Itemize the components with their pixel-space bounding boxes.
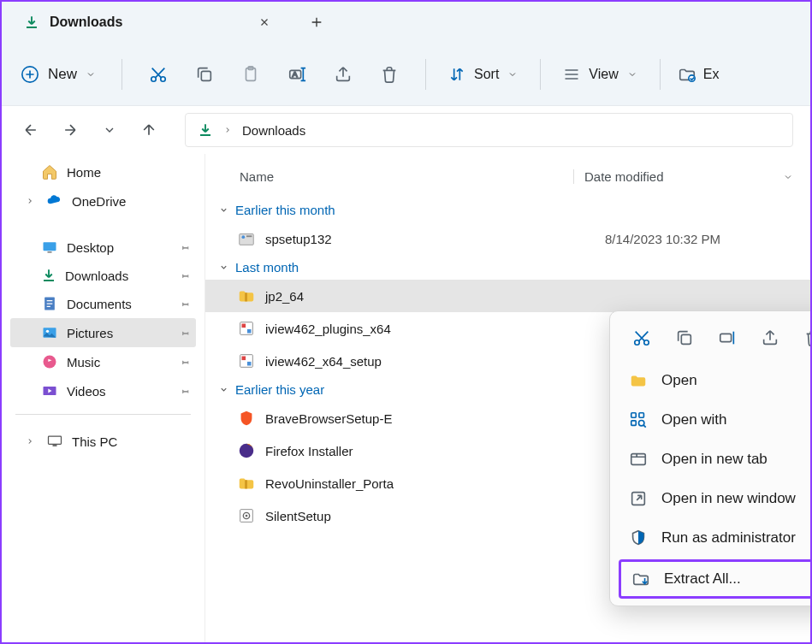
chevron-down-icon	[219, 263, 228, 272]
sidebar-item-label: This PC	[72, 434, 117, 449]
chevron-down-icon	[219, 385, 228, 394]
separator	[425, 59, 426, 90]
sidebar-item-documents[interactable]: Documents	[10, 289, 196, 318]
extract-button[interactable]: Ex	[678, 65, 720, 84]
context-run-admin[interactable]: Run as administrator	[615, 518, 812, 558]
tab-bar: Downloads	[2, 2, 810, 43]
context-open[interactable]: Open Enter	[615, 361, 812, 400]
context-menu: Open Enter Open with Open in new tab Ope…	[609, 310, 812, 606]
download-icon	[198, 122, 213, 138]
shield-icon	[629, 529, 648, 547]
sidebar-item-label: Pictures	[67, 326, 113, 340]
toolbar: New A Sort View Ex	[2, 43, 810, 106]
svg-rect-36	[720, 334, 732, 341]
forward-button[interactable]	[58, 118, 82, 142]
column-date[interactable]: Date modified	[573, 169, 810, 184]
pictures-icon	[41, 324, 58, 341]
copy-button[interactable]	[672, 325, 697, 351]
file-date: 8/14/2023 10:32 PM	[605, 232, 810, 246]
paste-button[interactable]	[232, 56, 270, 93]
new-tab-icon	[629, 450, 648, 469]
svg-point-32	[246, 515, 248, 517]
svg-rect-21	[245, 292, 247, 301]
rename-button[interactable]	[714, 325, 740, 351]
zip-folder-icon	[236, 286, 257, 306]
share-button[interactable]	[324, 56, 362, 93]
sidebar-item-label: Videos	[67, 384, 106, 399]
home-icon	[41, 163, 58, 180]
context-extract-highlight: Extract All...	[619, 559, 812, 599]
sidebar-item-home[interactable]: Home	[10, 157, 196, 186]
sidebar-item-label: Home	[67, 165, 101, 180]
context-quick-actions	[615, 316, 812, 361]
share-button[interactable]	[757, 325, 783, 351]
sidebar-item-desktop[interactable]: Desktop	[10, 233, 196, 262]
chevron-down-icon[interactable]	[783, 172, 793, 182]
up-button[interactable]	[137, 118, 161, 142]
videos-icon	[41, 382, 58, 399]
documents-icon	[41, 295, 58, 312]
cut-button[interactable]	[139, 56, 177, 93]
music-icon	[41, 353, 58, 370]
back-button[interactable]	[19, 118, 43, 142]
svg-rect-38	[631, 421, 637, 426]
file-row[interactable]: jp2_64	[205, 280, 810, 312]
chevron-right-icon[interactable]	[22, 197, 38, 205]
svg-point-34	[644, 340, 649, 346]
new-tab-button[interactable]	[301, 15, 332, 29]
sidebar-item-onedrive[interactable]: OneDrive	[10, 186, 196, 216]
file-row[interactable]: spsetup132 8/14/2023 10:32 PM	[205, 222, 810, 255]
svg-rect-29	[245, 480, 247, 488]
svg-point-33	[635, 340, 640, 346]
sidebar-item-pictures[interactable]: Pictures	[10, 318, 196, 347]
svg-rect-24	[247, 329, 252, 334]
svg-text:A: A	[293, 69, 299, 78]
context-open-with[interactable]: Open with	[615, 400, 812, 440]
svg-rect-23	[242, 324, 246, 328]
svg-rect-26	[242, 357, 246, 361]
sort-button[interactable]: Sort	[443, 66, 523, 83]
sidebar-item-videos[interactable]: Videos	[10, 376, 196, 405]
download-icon	[41, 268, 56, 283]
sort-label: Sort	[474, 67, 499, 82]
svg-rect-16	[49, 436, 62, 444]
rename-button[interactable]: A	[278, 56, 316, 93]
view-button[interactable]: View	[558, 66, 642, 83]
sidebar-item-music[interactable]: Music	[10, 347, 196, 376]
svg-point-40	[638, 420, 643, 425]
svg-point-14	[44, 356, 56, 369]
context-new-tab[interactable]: Open in new tab	[615, 440, 812, 479]
sidebar-item-label: Music	[67, 355, 100, 369]
column-name[interactable]: Name	[205, 169, 573, 184]
installer-icon	[236, 351, 257, 371]
group-earlier-this-month[interactable]: Earlier this month	[205, 198, 810, 222]
separator	[660, 59, 661, 90]
column-headers: Name Date modified	[205, 161, 810, 198]
file-list: Name Date modified Earlier this month sp…	[205, 154, 810, 642]
context-extract-all[interactable]: Extract All...	[621, 562, 812, 596]
breadcrumb-location[interactable]: Downloads	[242, 123, 305, 138]
svg-rect-35	[681, 334, 690, 344]
sidebar-item-thispc[interactable]: This PC	[10, 427, 196, 456]
context-new-window[interactable]: Open in new window	[615, 479, 812, 518]
svg-rect-27	[247, 362, 252, 366]
copy-button[interactable]	[186, 56, 223, 93]
group-last-month[interactable]: Last month	[205, 255, 810, 280]
sidebar-item-downloads[interactable]: Downloads	[10, 262, 196, 289]
close-icon[interactable]	[258, 16, 270, 28]
new-button[interactable]: New	[21, 65, 104, 84]
recent-button[interactable]	[98, 118, 122, 142]
pin-icon	[180, 328, 191, 339]
cut-button[interactable]	[629, 325, 655, 351]
breadcrumb[interactable]: Downloads	[185, 113, 793, 147]
svg-point-13	[46, 330, 49, 333]
chevron-right-icon[interactable]	[22, 437, 38, 446]
chevron-down-icon	[219, 205, 228, 215]
delete-button[interactable]	[800, 325, 812, 351]
extract-label: Ex	[703, 67, 720, 82]
view-label: View	[589, 67, 618, 82]
delete-button[interactable]	[370, 56, 408, 93]
download-icon	[24, 15, 39, 30]
firefox-icon	[236, 440, 257, 461]
tab-downloads[interactable]: Downloads	[10, 6, 284, 38]
